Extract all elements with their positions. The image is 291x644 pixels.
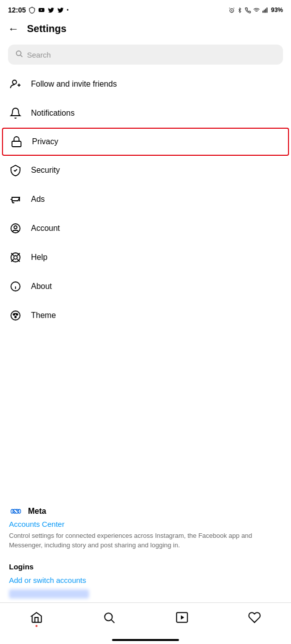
svg-point-22 — [11, 311, 20, 320]
notifications-label: Notifications — [31, 109, 74, 118]
meta-logo: Meta — [9, 507, 282, 516]
lifebuoy-icon — [9, 251, 22, 264]
menu-item-help[interactable]: Help — [0, 243, 291, 272]
heart-icon — [248, 611, 261, 624]
nav-home[interactable] — [20, 608, 53, 627]
accounts-center-link[interactable]: Accounts Center — [9, 520, 282, 528]
menu-item-notifications[interactable]: Notifications — [0, 99, 291, 128]
status-left: 12:05 · — [8, 6, 69, 15]
bottom-nav — [0, 602, 291, 637]
svg-point-5 — [16, 51, 21, 56]
megaphone-icon — [9, 193, 22, 206]
bell-icon — [9, 107, 22, 120]
ads-label: Ads — [31, 195, 45, 204]
svg-point-12 — [14, 226, 17, 229]
meta-logo-icon — [9, 507, 25, 516]
nav-search[interactable] — [92, 608, 126, 627]
svg-rect-2 — [264, 10, 265, 13]
svg-marker-29 — [181, 615, 184, 620]
status-bar: 12:05 · 93% — [0, 0, 291, 18]
menu-item-account[interactable]: Account — [0, 214, 291, 243]
alarm-icon — [228, 7, 235, 14]
menu-item-follow-invite[interactable]: Follow and invite friends — [0, 70, 291, 99]
battery-text: 93% — [271, 7, 283, 14]
lock-icon — [10, 135, 23, 148]
person-circle-icon — [9, 222, 22, 235]
dot-indicator: · — [66, 6, 69, 15]
svg-rect-4 — [266, 8, 268, 13]
svg-rect-10 — [12, 141, 21, 147]
security-label: Security — [31, 166, 60, 175]
page-title: Settings — [27, 23, 66, 35]
account-label: Account — [31, 224, 60, 233]
search-placeholder: Search — [27, 51, 51, 59]
back-button[interactable]: ← — [8, 24, 19, 35]
add-switch-link[interactable]: Add or switch accounts — [9, 576, 282, 584]
svg-point-7 — [12, 80, 16, 84]
meta-section: Meta Accounts Center Control settings fo… — [0, 499, 291, 554]
play-square-icon — [176, 611, 188, 624]
nav-activity[interactable] — [238, 608, 271, 627]
twitter2-icon — [57, 7, 64, 14]
svg-point-25 — [15, 316, 16, 318]
svg-line-6 — [20, 55, 22, 57]
svg-line-27 — [112, 620, 114, 623]
menu-item-ads[interactable]: Ads — [0, 185, 291, 214]
wifi-icon — [253, 7, 260, 14]
search-container: Search — [0, 40, 291, 68]
menu-item-theme[interactable]: Theme — [0, 301, 291, 330]
call-icon — [244, 7, 251, 14]
privacy-label: Privacy — [32, 137, 58, 146]
shield-icon — [28, 7, 36, 14]
home-active-dot — [36, 625, 38, 627]
menu-item-about[interactable]: About — [0, 272, 291, 301]
header: ← Settings — [0, 18, 291, 40]
youtube-icon — [38, 7, 45, 14]
blurred-account-item — [9, 589, 89, 598]
follow-invite-label: Follow and invite friends — [31, 80, 117, 89]
palette-icon — [9, 309, 22, 322]
bluetooth-icon — [237, 7, 242, 14]
menu-item-security[interactable]: Security — [0, 156, 291, 185]
twitter-icon — [48, 7, 54, 14]
signal-icon — [262, 7, 269, 14]
meta-text: Meta — [28, 507, 46, 516]
svg-point-26 — [105, 613, 112, 620]
about-label: About — [31, 282, 52, 291]
logins-title: Logins — [9, 562, 282, 571]
svg-rect-1 — [262, 11, 264, 13]
search-nav-icon — [102, 611, 116, 624]
status-right: 93% — [228, 7, 283, 14]
menu-item-privacy[interactable]: Privacy — [2, 128, 289, 156]
nav-reels[interactable] — [166, 608, 198, 627]
home-indicator — [112, 639, 179, 641]
status-time: 12:05 — [8, 6, 26, 14]
shield-check-icon — [9, 164, 22, 177]
svg-rect-3 — [265, 9, 266, 13]
meta-description: Control settings for connected experienc… — [9, 531, 282, 550]
menu-list: Follow and invite friends Notifications … — [0, 68, 291, 499]
home-icon — [30, 611, 43, 624]
svg-point-14 — [14, 256, 18, 259]
info-circle-icon — [9, 280, 22, 293]
help-label: Help — [31, 253, 48, 262]
person-add-icon — [9, 78, 22, 91]
search-bar[interactable]: Search — [8, 45, 283, 65]
logins-section: Logins Add or switch accounts — [0, 554, 291, 602]
theme-label: Theme — [31, 311, 56, 320]
search-icon — [15, 50, 23, 60]
